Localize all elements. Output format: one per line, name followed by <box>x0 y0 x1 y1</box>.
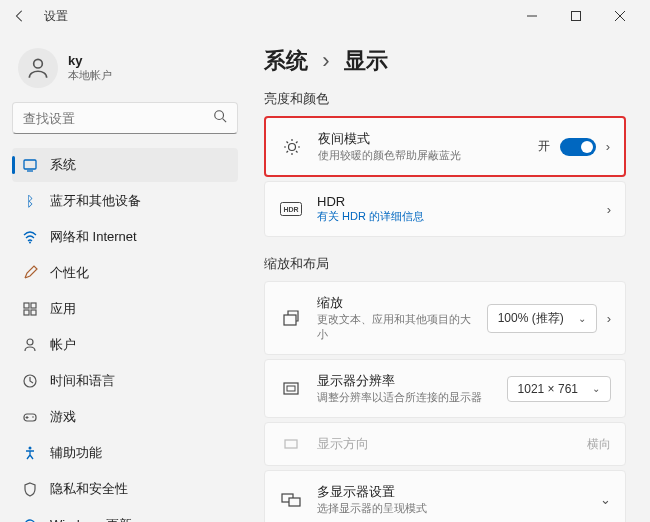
chevron-right-icon[interactable]: › <box>607 202 611 217</box>
hdr-link[interactable]: 有关 HDR 的详细信息 <box>317 209 593 224</box>
resolution-icon <box>279 380 303 398</box>
window-title: 设置 <box>44 8 68 25</box>
card-orientation: 显示方向 横向 <box>264 422 626 466</box>
chevron-right-icon[interactable]: › <box>607 311 611 326</box>
night-light-icon <box>280 138 304 156</box>
shield-icon <box>22 481 38 497</box>
svg-point-14 <box>27 339 33 345</box>
card-resolution[interactable]: 显示器分辨率 调整分辨率以适合所连接的显示器 1021 × 761 ⌄ <box>264 359 626 418</box>
maximize-button[interactable] <box>554 2 598 30</box>
section-scale-layout: 缩放和布局 <box>264 255 626 273</box>
svg-line-6 <box>223 119 227 123</box>
scale-sub: 更改文本、应用和其他项目的大小 <box>317 312 473 342</box>
multi-display-icon <box>279 491 303 509</box>
system-icon <box>22 157 38 173</box>
bluetooth-icon: ᛒ <box>22 193 38 209</box>
nav-label: 游戏 <box>50 408 76 426</box>
night-light-toggle[interactable] <box>560 138 596 156</box>
card-scale[interactable]: 缩放 更改文本、应用和其他项目的大小 100% (推荐) ⌄ › <box>264 281 626 355</box>
resolution-title: 显示器分辨率 <box>317 372 493 390</box>
svg-point-5 <box>215 111 224 120</box>
night-light-state: 开 <box>538 138 550 155</box>
nav-item-windows-update[interactable]: Windows 更新 <box>12 508 238 522</box>
svg-rect-10 <box>24 303 29 308</box>
svg-rect-37 <box>289 498 300 506</box>
nav-item-time-language[interactable]: 时间和语言 <box>12 364 238 398</box>
svg-point-17 <box>32 416 34 418</box>
apps-icon <box>22 301 38 317</box>
night-light-title: 夜间模式 <box>318 130 524 148</box>
card-night-light[interactable]: 夜间模式 使用较暖的颜色帮助屏蔽蓝光 开 › <box>264 116 626 177</box>
orientation-icon <box>279 435 303 453</box>
svg-rect-11 <box>31 303 36 308</box>
nav-label: Windows 更新 <box>50 516 132 522</box>
search-input[interactable] <box>23 111 213 126</box>
update-icon <box>22 517 38 522</box>
svg-point-20 <box>29 447 32 450</box>
nav-label: 辅助功能 <box>50 444 102 462</box>
multi-display-title: 多显示器设置 <box>317 483 586 501</box>
svg-point-4 <box>34 59 43 68</box>
nav-label: 隐私和安全性 <box>50 480 128 498</box>
minimize-button[interactable] <box>510 2 554 30</box>
nav-item-apps[interactable]: 应用 <box>12 292 238 326</box>
card-hdr[interactable]: HDR HDR 有关 HDR 的详细信息 › <box>264 181 626 237</box>
resolution-value: 1021 × 761 <box>518 382 578 396</box>
nav-label: 帐户 <box>50 336 76 354</box>
nav-item-bluetooth[interactable]: ᛒ 蓝牙和其他设备 <box>12 184 238 218</box>
gamepad-icon <box>22 409 38 425</box>
back-button[interactable] <box>8 4 32 28</box>
titlebar: 设置 <box>0 0 650 32</box>
search-icon <box>213 109 227 127</box>
nav-label: 网络和 Internet <box>50 228 137 246</box>
svg-rect-34 <box>287 386 295 391</box>
close-button[interactable] <box>598 2 642 30</box>
night-light-sub: 使用较暖的颜色帮助屏蔽蓝光 <box>318 148 524 163</box>
breadcrumb-sep: › <box>322 48 329 73</box>
chevron-right-icon[interactable]: › <box>606 139 610 154</box>
svg-rect-32 <box>284 315 296 325</box>
nav-item-gaming[interactable]: 游戏 <box>12 400 238 434</box>
svg-rect-13 <box>31 310 36 315</box>
nav-label: 时间和语言 <box>50 372 115 390</box>
user-row[interactable]: ky 本地帐户 <box>12 40 238 102</box>
scale-icon <box>279 309 303 327</box>
search-box[interactable] <box>12 102 238 134</box>
multi-display-sub: 选择显示器的呈现模式 <box>317 501 586 516</box>
nav-label: 个性化 <box>50 264 89 282</box>
card-multi-display[interactable]: 多显示器设置 选择显示器的呈现模式 ⌄ <box>264 470 626 522</box>
person-icon <box>22 337 38 353</box>
wifi-icon <box>22 229 38 245</box>
hdr-icon: HDR <box>279 202 303 216</box>
chevron-down-icon: ⌄ <box>592 383 600 394</box>
orientation-value: 横向 <box>587 436 611 453</box>
nav-item-system[interactable]: 系统 <box>12 148 238 182</box>
resolution-dropdown[interactable]: 1021 × 761 ⌄ <box>507 376 611 402</box>
nav-item-privacy[interactable]: 隐私和安全性 <box>12 472 238 506</box>
nav-item-accounts[interactable]: 帐户 <box>12 328 238 362</box>
svg-rect-7 <box>24 160 36 169</box>
user-name: ky <box>68 53 112 68</box>
scale-value: 100% (推荐) <box>498 310 564 327</box>
svg-point-9 <box>29 242 31 244</box>
svg-rect-33 <box>284 383 298 394</box>
svg-line-26 <box>287 141 289 143</box>
main-panel: 系统 › 显示 亮度和颜色 夜间模式 使用较暖的颜色帮助屏蔽蓝光 开 › HDR… <box>250 32 650 522</box>
nav-item-personalization[interactable]: 个性化 <box>12 256 238 290</box>
scale-dropdown[interactable]: 100% (推荐) ⌄ <box>487 304 597 333</box>
chevron-down-icon[interactable]: ⌄ <box>600 492 611 507</box>
svg-line-27 <box>296 151 298 153</box>
clock-icon <box>22 373 38 389</box>
svg-rect-35 <box>285 440 297 448</box>
breadcrumb-parent[interactable]: 系统 <box>264 48 308 73</box>
nav-label: 应用 <box>50 300 76 318</box>
svg-line-29 <box>296 141 298 143</box>
nav-item-accessibility[interactable]: 辅助功能 <box>12 436 238 470</box>
svg-line-28 <box>287 151 289 153</box>
accessibility-icon <box>22 445 38 461</box>
svg-rect-1 <box>572 12 581 21</box>
nav-item-network[interactable]: 网络和 Internet <box>12 220 238 254</box>
hdr-title: HDR <box>317 194 593 209</box>
breadcrumb: 系统 › 显示 <box>264 46 626 76</box>
svg-rect-12 <box>24 310 29 315</box>
